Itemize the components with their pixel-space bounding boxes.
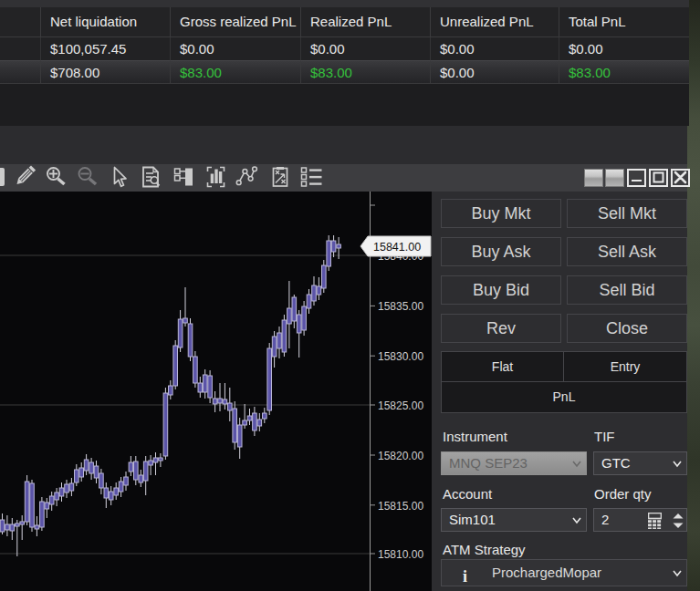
svg-text:15830.00: 15830.00 <box>378 350 423 363</box>
svg-text:15841.00: 15841.00 <box>373 241 421 254</box>
svg-text:15815.00: 15815.00 <box>378 500 423 513</box>
svg-text:15820.00: 15820.00 <box>378 450 423 462</box>
svg-text:15835.00: 15835.00 <box>378 300 423 313</box>
svg-text:15810.00: 15810.00 <box>378 548 423 561</box>
svg-text:15825.00: 15825.00 <box>378 399 423 412</box>
